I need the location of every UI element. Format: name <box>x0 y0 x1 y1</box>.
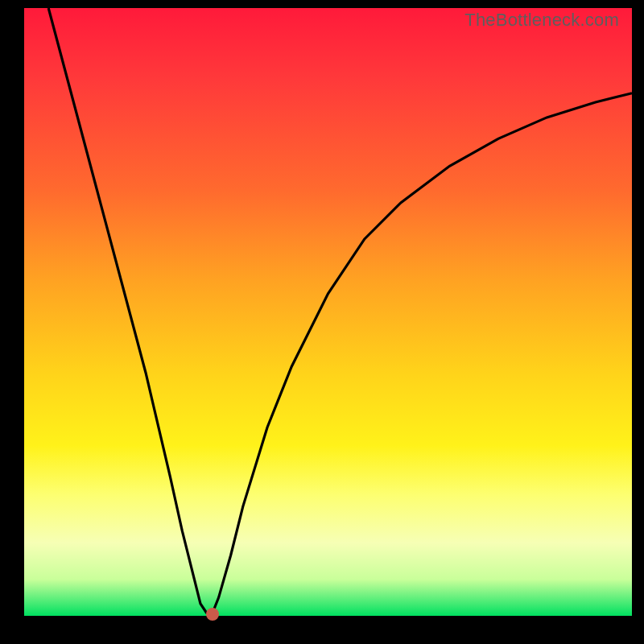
chart-frame: TheBottleneck.com <box>0 0 644 644</box>
plot-area: TheBottleneck.com <box>24 8 632 616</box>
curve-svg <box>24 8 632 616</box>
bottleneck-curve <box>48 8 632 614</box>
optimal-point-marker <box>206 608 219 621</box>
